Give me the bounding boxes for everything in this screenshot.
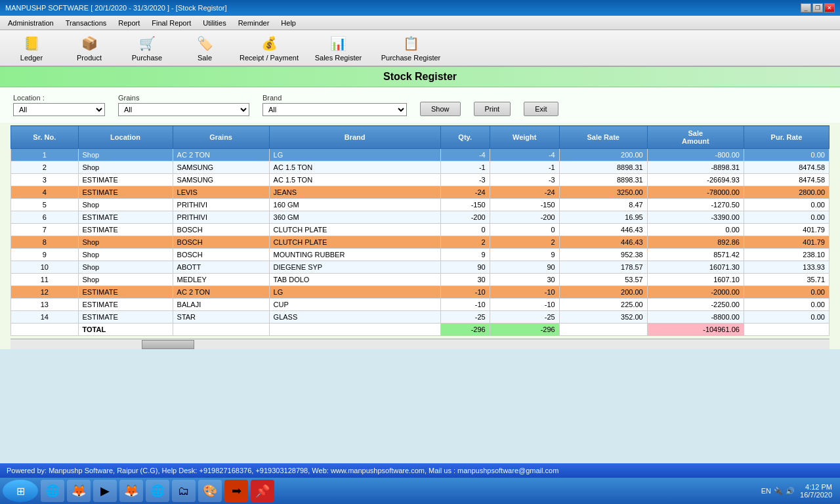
receipt-payment-button[interactable]: 💰 Receipt / Payment bbox=[236, 32, 302, 64]
product-icon: 📦 bbox=[79, 34, 100, 52]
toolbar: 📒 Ledger 📦 Product 🛒 Purchase 🏷️ Sale 💰 … bbox=[0, 30, 840, 67]
table-row[interactable]: 2ShopSAMSUNGAC 1.5 TON-1-18898.31-8898.3… bbox=[11, 161, 830, 174]
product-button[interactable]: 📦 Product bbox=[63, 32, 116, 64]
exit-button[interactable]: Exit bbox=[524, 102, 558, 116]
grains-label: Grains bbox=[118, 94, 249, 102]
scrollbar-thumb[interactable] bbox=[142, 340, 194, 349]
col-header-pur-rate: Pur. Rate bbox=[744, 126, 829, 149]
brand-label: Brand bbox=[262, 94, 407, 102]
minimize-button[interactable]: _ bbox=[801, 3, 811, 12]
menu-transactions[interactable]: Transactions bbox=[60, 18, 112, 28]
table-row[interactable]: 1ShopAC 2 TONLG-4-4200.00-800.000.00 bbox=[11, 149, 830, 161]
filter-area: Location : All Grains All Brand All Show… bbox=[0, 87, 840, 123]
col-header-sr: Sr. No. bbox=[11, 126, 79, 149]
print-button[interactable]: Print bbox=[474, 102, 511, 116]
sales-register-icon: 📊 bbox=[328, 34, 349, 52]
table-row[interactable]: 12ESTIMATEAC 2 TONLG-10-10200.00-2000.00… bbox=[11, 286, 830, 299]
grains-select[interactable]: All bbox=[118, 103, 249, 116]
col-header-weight: Weight bbox=[490, 126, 559, 149]
col-header-sale-rate: Sale Rate bbox=[559, 126, 647, 149]
col-header-brand: Brand bbox=[269, 126, 440, 149]
purchase-button[interactable]: 🛒 Purchase bbox=[121, 32, 173, 64]
menu-utilities[interactable]: Utilities bbox=[198, 18, 231, 28]
table-row[interactable]: 3ESTIMATESAMSUNGAC 1.5 TON-3-38898.31-26… bbox=[11, 174, 830, 186]
title-bar: MANPUSHP SOFTWARE [ 20/1/2020 - 31/3/202… bbox=[0, 0, 840, 16]
table-container: Sr. No. Location Grains Brand Qty. Weigh… bbox=[0, 123, 840, 339]
window-title: MANPUSHP SOFTWARE [ 20/1/2020 - 31/3/202… bbox=[5, 4, 226, 12]
table-row[interactable]: 10ShopABOTTDIEGENE SYP9090178.5716071.30… bbox=[11, 261, 830, 274]
table-row[interactable]: 11ShopMEDLEYTAB DOLO303053.571607.1035.7… bbox=[11, 274, 830, 286]
menu-reminder[interactable]: Reminder bbox=[233, 18, 275, 28]
brand-filter: Brand All bbox=[262, 94, 407, 116]
window-controls: _ ❐ ✕ bbox=[801, 3, 835, 12]
close-button[interactable]: ✕ bbox=[824, 3, 835, 12]
table-row[interactable]: 6ESTIMATEPRITHIVI360 GM-200-20016.95-339… bbox=[11, 211, 830, 224]
table-row[interactable]: 13ESTIMATEBALAJICUP-10-10225.00-2250.000… bbox=[11, 299, 830, 311]
main-content: Stock Register Location : All Grains All… bbox=[0, 67, 840, 349]
page-title: Stock Register bbox=[0, 67, 840, 87]
location-label: Location : bbox=[13, 94, 105, 102]
table-row[interactable]: 14ESTIMATESTARGLASS-25-25352.00-8800.000… bbox=[11, 311, 830, 324]
sale-icon: 🏷️ bbox=[194, 34, 215, 52]
purchase-register-icon: 📋 bbox=[400, 34, 421, 52]
restore-button[interactable]: ❐ bbox=[812, 3, 823, 12]
table-row[interactable]: 7ESTIMATEBOSCHCLUTCH PLATE00446.430.0040… bbox=[11, 224, 830, 236]
receipt-payment-icon: 💰 bbox=[259, 34, 280, 52]
ledger-button[interactable]: 📒 Ledger bbox=[5, 32, 58, 64]
table-row[interactable]: 9ShopBOSCHMOUNTING RUBBER99952.388571.42… bbox=[11, 249, 830, 261]
horizontal-scrollbar[interactable] bbox=[10, 339, 830, 349]
sales-register-button[interactable]: 📊 Sales Register bbox=[307, 32, 369, 64]
location-select[interactable]: All bbox=[13, 103, 105, 116]
menu-final-report[interactable]: Final Report bbox=[146, 18, 196, 28]
total-row: TOTAL-296-296-104961.06 bbox=[11, 324, 830, 336]
col-header-location: Location bbox=[78, 126, 173, 149]
menu-administration[interactable]: Administration bbox=[3, 18, 59, 28]
menu-bar: Administration Transactions Report Final… bbox=[0, 16, 840, 30]
col-header-sale-amount: SaleAmount bbox=[647, 126, 744, 149]
menu-help[interactable]: Help bbox=[276, 18, 301, 28]
col-header-qty: Qty. bbox=[440, 126, 490, 149]
menu-report[interactable]: Report bbox=[113, 18, 145, 28]
stock-table: Sr. No. Location Grains Brand Qty. Weigh… bbox=[10, 125, 830, 336]
show-button[interactable]: Show bbox=[420, 102, 461, 116]
grains-filter: Grains All bbox=[118, 94, 249, 116]
brand-select[interactable]: All bbox=[262, 103, 407, 116]
ledger-icon: 📒 bbox=[21, 34, 42, 52]
sale-button[interactable]: 🏷️ Sale bbox=[178, 32, 231, 64]
table-row[interactable]: 5ShopPRITHIVI160 GM-150-1508.47-1270.500… bbox=[11, 199, 830, 211]
table-row[interactable]: 8ShopBOSCHCLUTCH PLATE22446.43892.86401.… bbox=[11, 236, 830, 249]
table-row[interactable]: 4ESTIMATELEVISJEANS-24-243250.00-78000.0… bbox=[11, 186, 830, 199]
purchase-register-button[interactable]: 📋 Purchase Register bbox=[375, 32, 447, 64]
location-filter: Location : All bbox=[13, 94, 105, 116]
purchase-icon: 🛒 bbox=[136, 34, 158, 52]
col-header-grains: Grains bbox=[173, 126, 269, 149]
